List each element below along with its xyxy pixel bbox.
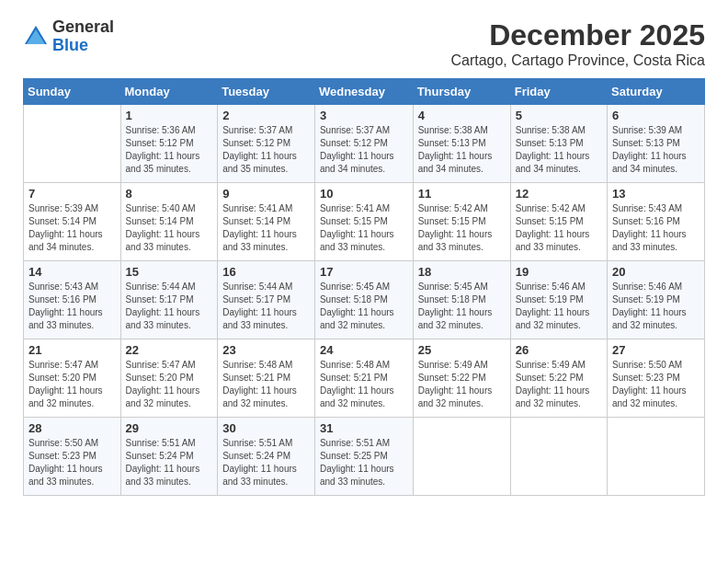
- logo-text: General Blue: [52, 18, 114, 55]
- day-info: Sunrise: 5:37 AM Sunset: 5:12 PM Dayligh…: [320, 124, 408, 176]
- day-number: 8: [126, 187, 213, 201]
- day-number: 26: [516, 343, 602, 357]
- calendar-week-row: 14Sunrise: 5:43 AM Sunset: 5:16 PM Dayli…: [24, 261, 705, 339]
- calendar-day-cell: 28Sunrise: 5:50 AM Sunset: 5:23 PM Dayli…: [24, 418, 121, 496]
- calendar-day-cell: 20Sunrise: 5:46 AM Sunset: 5:19 PM Dayli…: [607, 261, 704, 339]
- calendar-day-cell: 14Sunrise: 5:43 AM Sunset: 5:16 PM Dayli…: [24, 261, 121, 339]
- day-info: Sunrise: 5:45 AM Sunset: 5:18 PM Dayligh…: [418, 281, 506, 332]
- day-number: 2: [222, 109, 310, 122]
- day-info: Sunrise: 5:49 AM Sunset: 5:22 PM Dayligh…: [418, 359, 506, 410]
- calendar-day-cell: [24, 105, 121, 183]
- day-number: 5: [516, 109, 602, 122]
- day-info: Sunrise: 5:43 AM Sunset: 5:16 PM Dayligh…: [28, 281, 116, 332]
- calendar-day-cell: 19Sunrise: 5:46 AM Sunset: 5:19 PM Dayli…: [510, 261, 607, 339]
- day-info: Sunrise: 5:44 AM Sunset: 5:17 PM Dayligh…: [126, 281, 213, 332]
- day-number: 7: [28, 187, 116, 201]
- day-number: 12: [516, 187, 602, 201]
- day-info: Sunrise: 5:47 AM Sunset: 5:20 PM Dayligh…: [126, 359, 213, 410]
- day-info: Sunrise: 5:43 AM Sunset: 5:16 PM Dayligh…: [612, 202, 700, 254]
- title-area: December 2025 Cartago, Cartago Province,…: [450, 18, 705, 69]
- page-header: General Blue December 2025 Cartago, Cart…: [23, 18, 705, 69]
- day-number: 29: [126, 421, 213, 435]
- calendar-day-cell: 18Sunrise: 5:45 AM Sunset: 5:18 PM Dayli…: [413, 261, 510, 339]
- calendar-day-cell: 23Sunrise: 5:48 AM Sunset: 5:21 PM Dayli…: [218, 339, 315, 418]
- calendar-day-header: Friday: [510, 79, 607, 105]
- day-info: Sunrise: 5:48 AM Sunset: 5:21 PM Dayligh…: [222, 359, 310, 410]
- calendar-day-cell: 1Sunrise: 5:36 AM Sunset: 5:12 PM Daylig…: [120, 105, 218, 183]
- day-number: 31: [320, 421, 408, 435]
- day-info: Sunrise: 5:40 AM Sunset: 5:14 PM Dayligh…: [126, 202, 213, 254]
- calendar-day-cell: 31Sunrise: 5:51 AM Sunset: 5:25 PM Dayli…: [314, 418, 413, 496]
- day-number: 28: [28, 421, 116, 435]
- day-info: Sunrise: 5:45 AM Sunset: 5:18 PM Dayligh…: [320, 281, 408, 332]
- month-title: December 2025: [450, 18, 705, 52]
- day-info: Sunrise: 5:50 AM Sunset: 5:23 PM Dayligh…: [28, 437, 116, 488]
- day-info: Sunrise: 5:46 AM Sunset: 5:19 PM Dayligh…: [516, 281, 602, 332]
- calendar-day-cell: 5Sunrise: 5:38 AM Sunset: 5:13 PM Daylig…: [510, 105, 607, 183]
- day-info: Sunrise: 5:51 AM Sunset: 5:24 PM Dayligh…: [222, 437, 310, 488]
- day-info: Sunrise: 5:42 AM Sunset: 5:15 PM Dayligh…: [516, 202, 602, 254]
- logo-blue: Blue: [52, 36, 88, 54]
- calendar-day-cell: 6Sunrise: 5:39 AM Sunset: 5:13 PM Daylig…: [607, 105, 704, 183]
- calendar-day-cell: 24Sunrise: 5:48 AM Sunset: 5:21 PM Dayli…: [314, 339, 413, 418]
- calendar-day-cell: 8Sunrise: 5:40 AM Sunset: 5:14 PM Daylig…: [120, 183, 218, 261]
- calendar-day-cell: 2Sunrise: 5:37 AM Sunset: 5:12 PM Daylig…: [218, 105, 315, 183]
- calendar-day-cell: 30Sunrise: 5:51 AM Sunset: 5:24 PM Dayli…: [218, 418, 315, 496]
- day-number: 25: [418, 343, 506, 357]
- calendar-day-cell: 12Sunrise: 5:42 AM Sunset: 5:15 PM Dayli…: [510, 183, 607, 261]
- logo-general: General: [52, 17, 114, 36]
- day-number: 30: [222, 421, 310, 435]
- calendar-day-cell: 22Sunrise: 5:47 AM Sunset: 5:20 PM Dayli…: [120, 339, 218, 418]
- calendar-week-row: 1Sunrise: 5:36 AM Sunset: 5:12 PM Daylig…: [24, 105, 705, 183]
- calendar-day-cell: [510, 418, 607, 496]
- calendar-day-header: Wednesday: [314, 79, 413, 105]
- calendar-day-cell: 29Sunrise: 5:51 AM Sunset: 5:24 PM Dayli…: [120, 418, 218, 496]
- calendar-table: SundayMondayTuesdayWednesdayThursdayFrid…: [23, 78, 705, 496]
- day-number: 3: [320, 109, 408, 122]
- calendar-day-cell: [607, 418, 704, 496]
- day-info: Sunrise: 5:47 AM Sunset: 5:20 PM Dayligh…: [28, 359, 116, 410]
- calendar-day-cell: 9Sunrise: 5:41 AM Sunset: 5:14 PM Daylig…: [218, 183, 315, 261]
- day-info: Sunrise: 5:51 AM Sunset: 5:25 PM Dayligh…: [320, 437, 408, 488]
- calendar-day-cell: 15Sunrise: 5:44 AM Sunset: 5:17 PM Dayli…: [120, 261, 218, 339]
- day-number: 17: [320, 265, 408, 279]
- day-number: 14: [28, 265, 116, 279]
- logo: General Blue: [23, 18, 114, 55]
- day-info: Sunrise: 5:46 AM Sunset: 5:19 PM Dayligh…: [612, 281, 700, 332]
- calendar-day-header: Tuesday: [218, 79, 315, 105]
- calendar-day-cell: 3Sunrise: 5:37 AM Sunset: 5:12 PM Daylig…: [314, 105, 413, 183]
- day-info: Sunrise: 5:36 AM Sunset: 5:12 PM Dayligh…: [126, 124, 213, 176]
- day-number: 23: [222, 343, 310, 357]
- day-info: Sunrise: 5:49 AM Sunset: 5:22 PM Dayligh…: [516, 359, 602, 410]
- day-number: 22: [126, 343, 213, 357]
- logo-icon: [23, 24, 49, 50]
- calendar-day-cell: 11Sunrise: 5:42 AM Sunset: 5:15 PM Dayli…: [413, 183, 510, 261]
- day-info: Sunrise: 5:41 AM Sunset: 5:15 PM Dayligh…: [320, 202, 408, 254]
- calendar-day-header: Saturday: [607, 79, 704, 105]
- calendar-day-cell: 25Sunrise: 5:49 AM Sunset: 5:22 PM Dayli…: [413, 339, 510, 418]
- day-number: 19: [516, 265, 602, 279]
- day-number: 13: [612, 187, 700, 201]
- day-info: Sunrise: 5:38 AM Sunset: 5:13 PM Dayligh…: [516, 124, 602, 176]
- calendar-day-cell: 7Sunrise: 5:39 AM Sunset: 5:14 PM Daylig…: [24, 183, 121, 261]
- day-number: 20: [612, 265, 700, 279]
- day-info: Sunrise: 5:39 AM Sunset: 5:14 PM Dayligh…: [28, 202, 116, 254]
- day-number: 10: [320, 187, 408, 201]
- calendar-day-cell: 13Sunrise: 5:43 AM Sunset: 5:16 PM Dayli…: [607, 183, 704, 261]
- calendar-day-header: Sunday: [24, 79, 121, 105]
- calendar-week-row: 21Sunrise: 5:47 AM Sunset: 5:20 PM Dayli…: [24, 339, 705, 418]
- calendar-week-row: 7Sunrise: 5:39 AM Sunset: 5:14 PM Daylig…: [24, 183, 705, 261]
- day-number: 6: [612, 109, 700, 122]
- calendar-day-cell: 4Sunrise: 5:38 AM Sunset: 5:13 PM Daylig…: [413, 105, 510, 183]
- location-title: Cartago, Cartago Province, Costa Rica: [450, 52, 705, 69]
- day-number: 21: [28, 343, 116, 357]
- day-number: 16: [222, 265, 310, 279]
- day-info: Sunrise: 5:44 AM Sunset: 5:17 PM Dayligh…: [222, 281, 310, 332]
- day-number: 9: [222, 187, 310, 201]
- calendar-header-row: SundayMondayTuesdayWednesdayThursdayFrid…: [24, 79, 705, 105]
- day-number: 27: [612, 343, 700, 357]
- day-info: Sunrise: 5:42 AM Sunset: 5:15 PM Dayligh…: [418, 202, 506, 254]
- calendar-day-header: Monday: [120, 79, 218, 105]
- day-info: Sunrise: 5:48 AM Sunset: 5:21 PM Dayligh…: [320, 359, 408, 410]
- calendar-week-row: 28Sunrise: 5:50 AM Sunset: 5:23 PM Dayli…: [24, 418, 705, 496]
